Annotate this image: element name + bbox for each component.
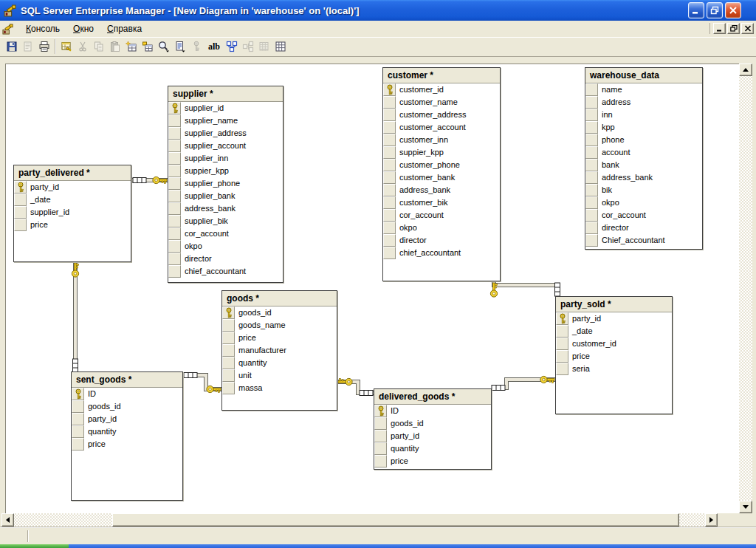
row-selector[interactable] xyxy=(585,121,598,134)
scroll-right-button[interactable] xyxy=(705,513,718,527)
row-selector[interactable] xyxy=(168,215,181,227)
field-row[interactable]: price xyxy=(72,438,182,451)
minimize-button[interactable] xyxy=(688,2,704,18)
field-row[interactable]: _date xyxy=(14,193,131,206)
field-row[interactable]: chief_accountant xyxy=(168,265,283,278)
primary-key-icon[interactable] xyxy=(222,306,235,319)
row-selector[interactable] xyxy=(585,109,598,121)
field-row[interactable]: customer_account xyxy=(383,121,500,134)
row-selector[interactable] xyxy=(585,209,598,222)
field-row[interactable]: phone xyxy=(585,134,702,146)
field-row[interactable]: supplier_id xyxy=(168,102,283,114)
field-row[interactable]: director xyxy=(168,253,283,265)
row-selector[interactable] xyxy=(168,152,181,165)
field-row[interactable]: cor_account xyxy=(383,209,500,222)
field-row[interactable]: quantity xyxy=(222,357,337,369)
row-selector[interactable] xyxy=(14,193,27,206)
row-selector[interactable] xyxy=(383,159,396,171)
row-selector[interactable] xyxy=(585,184,598,196)
field-row[interactable]: customer_bik xyxy=(383,196,500,209)
field-row[interactable]: chief_accountant xyxy=(383,247,500,259)
row-selector[interactable] xyxy=(383,121,396,134)
field-row[interactable]: inn xyxy=(585,109,702,121)
table-goods[interactable]: goods *goods_idgoods_namepricemanufactur… xyxy=(221,290,337,411)
field-row[interactable]: address_bank xyxy=(168,202,283,215)
table-title[interactable]: goods * xyxy=(222,291,337,306)
row-selector[interactable] xyxy=(585,196,598,209)
field-row[interactable]: customer_bank xyxy=(383,171,500,184)
diagram-canvas[interactable]: party_delivered *party_id_datesupplier_i… xyxy=(5,64,740,514)
field-row[interactable]: price xyxy=(222,332,337,344)
row-selector[interactable] xyxy=(168,265,181,278)
child-restore-button[interactable] xyxy=(727,23,740,34)
field-row[interactable]: bank xyxy=(585,159,702,171)
field-row[interactable]: supplier_name xyxy=(168,114,283,127)
field-row[interactable]: suppier_kpp xyxy=(383,146,500,159)
close-button[interactable] xyxy=(725,2,741,18)
relationship-customer-party_sold[interactable] xyxy=(490,282,560,297)
show-table-button[interactable] xyxy=(58,38,75,55)
primary-key-icon[interactable] xyxy=(14,181,27,193)
field-row[interactable]: director xyxy=(585,222,702,234)
relationship-goods-sent_goods[interactable] xyxy=(183,373,221,393)
row-selector[interactable] xyxy=(374,417,387,430)
print-button[interactable] xyxy=(36,38,52,55)
field-row[interactable]: okpo xyxy=(585,196,702,209)
field-row[interactable]: customer_id xyxy=(383,83,500,96)
row-selector[interactable] xyxy=(585,159,598,171)
field-row[interactable]: unit xyxy=(222,369,337,382)
copy-button[interactable] xyxy=(91,38,107,55)
row-selector[interactable] xyxy=(222,319,235,332)
row-selector[interactable] xyxy=(14,206,27,219)
row-selector[interactable] xyxy=(168,114,181,127)
name-label-button[interactable]: alb xyxy=(205,38,224,55)
row-selector[interactable] xyxy=(585,134,598,146)
horizontal-scrollbar[interactable] xyxy=(1,513,718,527)
relationship-supplier-party_delivered[interactable] xyxy=(131,177,168,183)
table-delivered_goods[interactable]: delivered_goods *IDgoods_idparty_idquant… xyxy=(374,388,492,470)
field-row[interactable]: bik xyxy=(585,184,702,196)
row-selector[interactable] xyxy=(72,438,84,451)
field-row[interactable]: party_id xyxy=(14,181,131,193)
row-selector[interactable] xyxy=(72,425,84,438)
field-row[interactable]: seria xyxy=(556,363,672,375)
field-row[interactable]: manufacturer xyxy=(222,344,337,357)
field-row[interactable]: supplier_phone xyxy=(168,177,283,190)
row-selector[interactable] xyxy=(585,96,598,109)
table-warehouse_data[interactable]: warehouse_datanameaddressinnkppphoneacco… xyxy=(585,67,703,250)
table-title[interactable]: party_sold * xyxy=(556,297,672,312)
field-row[interactable]: director xyxy=(383,234,500,247)
field-row[interactable]: address_bank xyxy=(383,184,500,196)
row-selector[interactable] xyxy=(374,455,387,467)
row-selector[interactable] xyxy=(168,165,181,177)
field-row[interactable]: customer_address xyxy=(383,109,500,121)
row-selector[interactable] xyxy=(72,413,84,425)
table-sent_goods[interactable]: sent_goods *IDgoods_idparty_idquantitypr… xyxy=(71,371,183,501)
table-title[interactable]: supplier * xyxy=(168,86,283,102)
save-button[interactable] xyxy=(4,38,20,55)
field-row[interactable]: supplier_inn xyxy=(168,152,283,165)
field-row[interactable]: supplier_id xyxy=(14,206,131,219)
menu-item-2[interactable]: Справка xyxy=(100,22,148,35)
table-title[interactable]: warehouse_data xyxy=(585,68,702,83)
menu-item-0[interactable]: Консоль xyxy=(19,22,66,35)
primary-key-icon[interactable] xyxy=(168,102,181,114)
page-break-button[interactable] xyxy=(256,38,272,55)
field-row[interactable]: address xyxy=(585,96,702,109)
field-row[interactable]: account xyxy=(585,146,702,159)
generate-script-button[interactable] xyxy=(172,38,188,55)
row-selector[interactable] xyxy=(222,382,235,394)
row-selector[interactable] xyxy=(383,171,396,184)
field-row[interactable]: party_id xyxy=(374,430,491,442)
row-selector[interactable] xyxy=(222,332,235,344)
row-selector[interactable] xyxy=(168,240,181,253)
row-selector[interactable] xyxy=(168,140,181,152)
row-selector[interactable] xyxy=(168,127,181,140)
field-row[interactable]: supplier_address xyxy=(168,127,283,140)
new-table-button[interactable] xyxy=(123,38,140,55)
scroll-up-button[interactable] xyxy=(739,64,752,76)
row-selector[interactable] xyxy=(222,344,235,357)
row-selector[interactable] xyxy=(556,338,568,350)
row-selector[interactable] xyxy=(383,247,396,259)
field-row[interactable]: quantity xyxy=(374,442,491,455)
